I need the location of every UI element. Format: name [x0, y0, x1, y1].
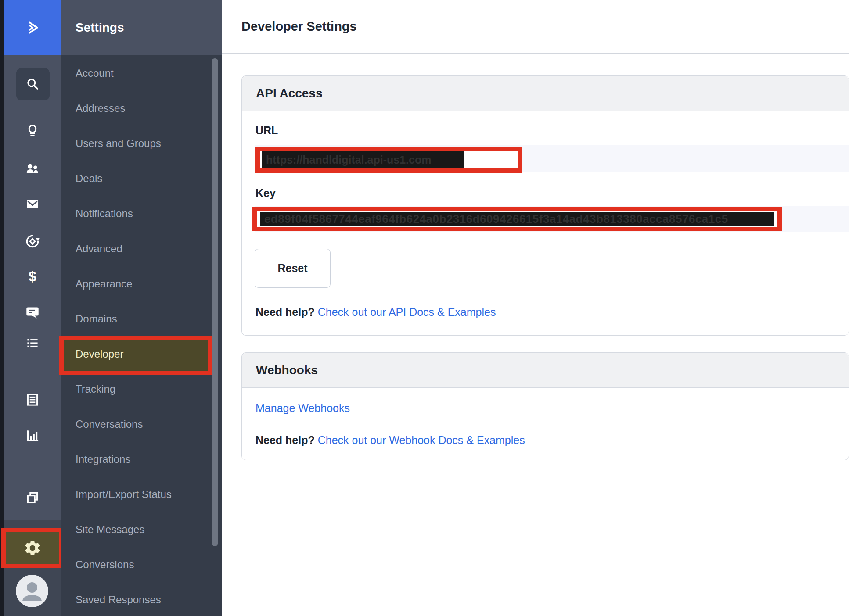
chat-icon	[24, 304, 41, 321]
nav-contacts[interactable]	[4, 161, 61, 177]
redacted-url-value: https://handldigital.api-us1.com	[262, 151, 464, 168]
sidebar-item-deals[interactable]: Deals	[61, 161, 222, 196]
webhooks-title: Webhooks	[242, 363, 318, 377]
sidebar-item-tracking[interactable]: Tracking	[61, 372, 222, 407]
sidebar-item-conversions[interactable]: Conversions	[61, 547, 222, 582]
sidebar-header: Settings	[61, 0, 222, 55]
manage-webhooks-link[interactable]: Manage Webhooks	[255, 402, 350, 415]
search-icon	[25, 76, 41, 93]
sidebar-item-label: Tracking	[61, 383, 115, 395]
url-field-redaction: https://handldigital.api-us1.com	[255, 147, 522, 173]
nav-campaigns[interactable]	[4, 196, 61, 212]
sidebar-item-label: Conversations	[61, 418, 143, 430]
sidebar-item-users-and-groups[interactable]: Users and Groups	[61, 126, 222, 161]
contacts-icon	[24, 161, 41, 177]
nav-reports[interactable]	[4, 427, 61, 444]
sidebar-item-label: Addresses	[61, 102, 125, 115]
search-button[interactable]	[16, 68, 50, 100]
sidebar-item-saved-responses[interactable]: Saved Responses	[61, 582, 222, 616]
api-access-panel-header: API Access	[242, 76, 849, 111]
key-field-redaction: ed89f04f5867744eaf964fb624a0b2316d609426…	[252, 207, 782, 231]
sidebar-item-label: Appearance	[61, 278, 132, 290]
sidebar-item-label: Site Messages	[61, 523, 144, 536]
settings-gear-icon	[23, 539, 42, 557]
key-label: Key	[255, 187, 276, 200]
nav-apps[interactable]	[4, 490, 61, 506]
api-help-prefix: Need help?	[255, 306, 315, 318]
sidebar-title: Settings	[61, 21, 124, 35]
reports-chart-icon	[24, 427, 41, 444]
sidebar-item-label: Saved Responses	[61, 594, 161, 606]
list-icon	[24, 335, 41, 352]
webhooks-help-prefix: Need help?	[255, 434, 315, 446]
sidebar-item-label: Domains	[61, 313, 117, 325]
forms-icon	[24, 391, 41, 408]
lightbulb-icon	[24, 123, 41, 140]
sidebar-item-label: Advanced	[61, 243, 122, 255]
nav-forms[interactable]	[4, 391, 61, 408]
apps-copy-icon	[24, 490, 41, 506]
person-icon	[16, 575, 48, 607]
sidebar-item-label: Notifications	[61, 208, 133, 220]
sidebar-item-advanced[interactable]: Advanced	[61, 231, 222, 266]
sidebar-item-appearance[interactable]: Appearance	[61, 266, 222, 301]
deals-dollar-icon: $	[24, 268, 41, 285]
sidebar-item-label: Developer	[61, 348, 123, 360]
sidebar-item-domains[interactable]: Domains	[61, 301, 222, 337]
sidebar-item-label: Conversions	[61, 559, 134, 571]
webhooks-panel-header: Webhooks	[242, 353, 849, 388]
api-help-line: Need help? Check out our API Docs & Exam…	[255, 306, 496, 319]
nav-deals[interactable]: $	[4, 268, 61, 285]
user-avatar[interactable]	[16, 575, 48, 607]
sidebar-item-label: Deals	[61, 172, 102, 185]
header-divider	[222, 53, 849, 54]
sidebar-item-label: Account	[61, 67, 114, 79]
sidebar-item-integrations[interactable]: Integrations	[61, 442, 222, 477]
api-access-panel: API Access	[241, 75, 849, 336]
sidebar-item-site-messages[interactable]: Site Messages	[61, 512, 222, 547]
sidebar-item-label: Import/Export Status	[61, 488, 172, 501]
api-docs-link[interactable]: Check out our API Docs & Examples	[318, 306, 496, 318]
reset-button[interactable]: Reset	[255, 249, 331, 288]
sidebar-item-import-export-status[interactable]: Import/Export Status	[61, 477, 222, 512]
sidebar-item-account[interactable]: Account	[61, 56, 222, 91]
window-edge-strip	[0, 0, 4, 616]
nav-conversations[interactable]	[4, 304, 61, 321]
redacted-key-value: ed89f04f5867744eaf964fb624a0b2316d609426…	[260, 212, 774, 226]
sidebar-scrollbar-thumb[interactable]	[212, 58, 218, 546]
nav-lists[interactable]	[4, 335, 61, 352]
chevron-logo-icon	[24, 19, 41, 36]
nav-lightbulb[interactable]	[4, 123, 61, 140]
sidebar-item-notifications[interactable]: Notifications	[61, 196, 222, 231]
webhooks-help-line: Need help? Check out our Webhook Docs & …	[255, 434, 525, 447]
url-label: URL	[255, 124, 278, 137]
automation-icon	[24, 233, 41, 250]
sidebar-item-developer[interactable]: Developer	[61, 337, 222, 372]
page-title: Developer Settings	[241, 19, 357, 34]
webhook-docs-link[interactable]: Check out our Webhook Docs & Examples	[318, 434, 525, 446]
settings-gear-tile[interactable]	[1, 528, 63, 568]
nav-automations[interactable]	[4, 233, 61, 250]
activecampaign-logo[interactable]	[4, 0, 61, 55]
sidebar-item-addresses[interactable]: Addresses	[61, 91, 222, 126]
sidebar-item-label: Integrations	[61, 453, 130, 466]
api-access-title: API Access	[242, 86, 323, 100]
mail-icon	[24, 196, 41, 212]
sidebar-item-label: Users and Groups	[61, 137, 161, 150]
settings-menu: Account Addresses Users and Groups Deals…	[61, 56, 222, 616]
svg-text:$: $	[29, 269, 36, 284]
activecampaign-settings-page: $	[0, 0, 849, 616]
sidebar-item-conversations[interactable]: Conversations	[61, 407, 222, 442]
